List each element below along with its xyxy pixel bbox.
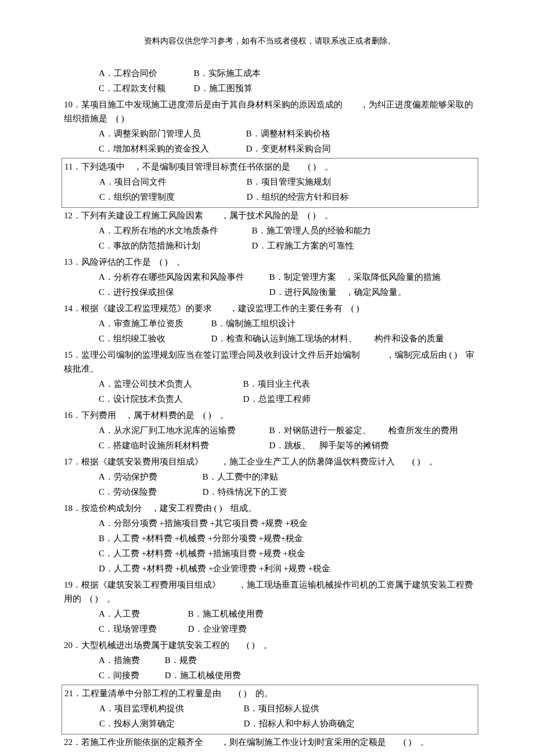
question-19: 19．根据《建筑安装工程费用项目组成》 ，施工现场垂直运输机械操作司机的工资属于… bbox=[64, 578, 476, 636]
question-21-box: 21．工程量清单中分部工程的工程量是由 ( ) 的。 A．项目监理机构提供 B．… bbox=[62, 685, 478, 735]
option-c: C．工程款支付额 bbox=[99, 81, 192, 95]
option-d: D．施工图预算 bbox=[194, 81, 252, 95]
option-b: B．项目招标人提供 bbox=[244, 701, 319, 715]
option-d: D．组织的经营方针和目标 bbox=[247, 190, 349, 204]
option-d: D．总监理工程师 bbox=[243, 392, 311, 406]
question-20: 20．大型机械进出场费属于建筑安装工程的 ( ) 。 A．措施费 B．规费 C．… bbox=[64, 638, 476, 682]
option-d: D．企业管理费 bbox=[188, 622, 247, 636]
question-13: 13．风险评估的工作是 ( ) 。 A．分析存在哪些风险因素和风险事件 B．制定… bbox=[64, 255, 476, 299]
question-stem: 15．监理公司编制的监理规划应当在签订监理合同及收到设计文件后开始编制 ，编制完… bbox=[64, 348, 476, 376]
option-b: B．施工管理人员的经验和能力 bbox=[252, 224, 371, 237]
option-b: B．调整材料采购价格 bbox=[246, 127, 330, 141]
question-stem: 19．根据《建筑安装工程费用项目组成》 ，施工现场垂直运输机械操作司机的工资属于… bbox=[64, 578, 476, 606]
question-stem: 20．大型机械进出场费属于建筑安装工程的 ( ) 。 bbox=[64, 638, 476, 652]
question-stem: 17．根据《建筑安装费用项目组成》 ，施工企业生产工人的防暑降温饮料费应计入 (… bbox=[64, 455, 476, 469]
question-17: 17．根据《建筑安装费用项目组成》 ，施工企业生产工人的防暑降温饮料费应计入 (… bbox=[64, 455, 476, 499]
question-11-box: 11．下列选项中 ，不是编制项目管理目标责任书依据的是 ( ) 。 A．项目合同… bbox=[62, 158, 478, 208]
option-c: C．人工费 +材料费 +机械费 +措施项目费 +规费 +税金 bbox=[99, 546, 305, 560]
page-content: 资料内容仅供您学习参考，如有不当或者侵权，请联系改正或者删除。 A．工程合同价 … bbox=[0, 0, 534, 756]
question-15: 15．监理公司编制的监理规划应当在签订监理合同及收到设计文件后开始编制 ，编制完… bbox=[64, 348, 476, 406]
header-notice: 资料内容仅供您学习参考，如有不当或者侵权，请联系改正或者删除。 bbox=[64, 35, 476, 48]
option-d: D．施工机械使用费 bbox=[165, 668, 241, 682]
question-11: 11．下列选项中 ，不是编制项目管理目标责任书依据的是 ( ) 。 A．项目合同… bbox=[64, 160, 475, 204]
question-stem: 14．根据《建设工程监理规范》的要求 ，建设监理工作的主要任务有 ( ) bbox=[64, 301, 476, 315]
question-stem: 13．风险评估的工作是 ( ) 。 bbox=[64, 255, 476, 269]
option-c: C．设计院技术负责人 bbox=[99, 392, 241, 406]
option-a: A．从水泥厂到工地水泥库的运输费 bbox=[99, 423, 267, 437]
question-stem: 11．下列选项中 ，不是编制项目管理目标责任书依据的是 ( ) 。 bbox=[64, 160, 475, 174]
option-a: A．项目监理机构提供 bbox=[99, 701, 241, 715]
option-b: B．编制施工组织设计 bbox=[211, 316, 295, 330]
option-d: D．进行风险衡量 ，确定风险量。 bbox=[269, 285, 406, 299]
option-d: D．检查和确认运到施工现场的材料、 构件和设备的质量 bbox=[211, 332, 444, 345]
option-c: C．劳动保险费 bbox=[99, 485, 200, 499]
option-b: B．实际施工成本 bbox=[194, 66, 261, 80]
option-b: B．制定管理方案 ，采取降低风险量的措施 bbox=[269, 270, 441, 284]
question-stem: 16．下列费用 ，属于材料费的是 ( ) 。 bbox=[64, 408, 476, 422]
option-b: B．项目管理实施规划 bbox=[247, 175, 331, 189]
option-a: A．措施费 bbox=[99, 653, 163, 667]
option-c: C．间接费 bbox=[99, 668, 163, 682]
option-a: A．分部分项费 +措施项目费 +其它项目费 +规费 +税金 bbox=[99, 516, 308, 530]
option-d: D．特殊情况下的工资 bbox=[203, 485, 287, 499]
option-c: C．投标人测算确定 bbox=[99, 717, 241, 730]
option-c: C．增加材料采购的资金投入 bbox=[99, 142, 244, 156]
question-12: 12．下列有关建设工程施工风险因素 ，属于技术风险的是 ( ) 。 A．工程所在… bbox=[64, 208, 476, 253]
question-stem: 21．工程量清单中分部工程的工程量是由 ( ) 的。 bbox=[64, 686, 475, 700]
question-16: 16．下列费用 ，属于材料费的是 ( ) 。 A．从水泥厂到工地水泥库的运输费 … bbox=[64, 408, 476, 452]
option-a: A．分析存在哪些风险因素和风险事件 bbox=[99, 270, 267, 284]
question-10: 10．某项目施工中发现施工进度滞后是由于其自身材料采购的原因造成的 ，为纠正进度… bbox=[64, 98, 476, 156]
option-a: A．劳动保护费 bbox=[99, 470, 200, 484]
option-a: A．调整采购部门管理人员 bbox=[99, 127, 244, 141]
option-a: A．项目合同文件 bbox=[99, 175, 244, 189]
option-d: D．变更材料采购合同 bbox=[246, 142, 331, 156]
question-stem: 22．若施工作业所能依据的定额齐全 ，则在编制施工作业计划时宜采用的定额是 ( … bbox=[64, 735, 476, 749]
option-a: A．人工费 bbox=[99, 607, 186, 621]
option-d: D．人工费 +材料费 +机械费 +企业管理费 +利润 +规费 +税金 bbox=[99, 561, 330, 575]
option-b: B．对钢筋进行一般鉴定、 检查所发生的费用 bbox=[269, 423, 458, 437]
question-stem: 18．按造价构成划分 ，建安工程费由 ( ) 组成。 bbox=[64, 501, 476, 515]
option-c: C．组织的管理制度 bbox=[99, 190, 244, 204]
option-c: C．组织竣工验收 bbox=[99, 332, 209, 345]
option-b: B．人工费 +材料费 +机械费 +分部分项费 +规费+税金 bbox=[99, 531, 303, 545]
question-18: 18．按造价构成划分 ，建安工程费由 ( ) 组成。 A．分部分项费 +措施项目… bbox=[64, 501, 476, 575]
option-d: D．工程施工方案的可靠性 bbox=[252, 239, 354, 253]
question-9-partial: A．工程合同价 B．实际施工成本 C．工程款支付额 D．施工图预算 bbox=[64, 66, 476, 95]
option-a: A．监理公司技术负责人 bbox=[99, 377, 241, 391]
option-a: A．审查施工单位资质 bbox=[99, 316, 209, 330]
option-a: A．工程所在地的水文地质条件 bbox=[99, 224, 250, 237]
option-b: B．施工机械使用费 bbox=[188, 607, 264, 621]
option-b: B．项目业主代表 bbox=[243, 377, 310, 391]
question-stem: 12．下列有关建设工程施工风险因素 ，属于技术风险的是 ( ) 。 bbox=[64, 208, 476, 222]
option-d: D．跳板、 脚手架等的摊销费 bbox=[269, 438, 389, 452]
question-22: 22．若施工作业所能依据的定额齐全 ，则在编制施工作业计划时宜采用的定额是 ( … bbox=[64, 735, 476, 749]
option-d: D．招标人和中标人协商确定 bbox=[244, 717, 355, 730]
question-14: 14．根据《建设工程监理规范》的要求 ，建设监理工作的主要任务有 ( ) A．审… bbox=[64, 301, 476, 345]
option-c: C．事故的防范措施和计划 bbox=[99, 239, 250, 253]
option-c: C．搭建临时设施所耗材料费 bbox=[99, 438, 267, 452]
option-c: C．现场管理费 bbox=[99, 622, 186, 636]
question-21: 21．工程量清单中分部工程的工程量是由 ( ) 的。 A．项目监理机构提供 B．… bbox=[64, 686, 475, 730]
option-a: A．工程合同价 bbox=[99, 66, 192, 80]
option-b: B．人工费中的津贴 bbox=[203, 470, 278, 484]
question-stem: 10．某项目施工中发现施工进度滞后是由于其自身材料采购的原因造成的 ，为纠正进度… bbox=[64, 98, 476, 125]
option-b: B．规费 bbox=[165, 653, 197, 667]
option-c: C．进行投保或担保 bbox=[99, 285, 267, 299]
